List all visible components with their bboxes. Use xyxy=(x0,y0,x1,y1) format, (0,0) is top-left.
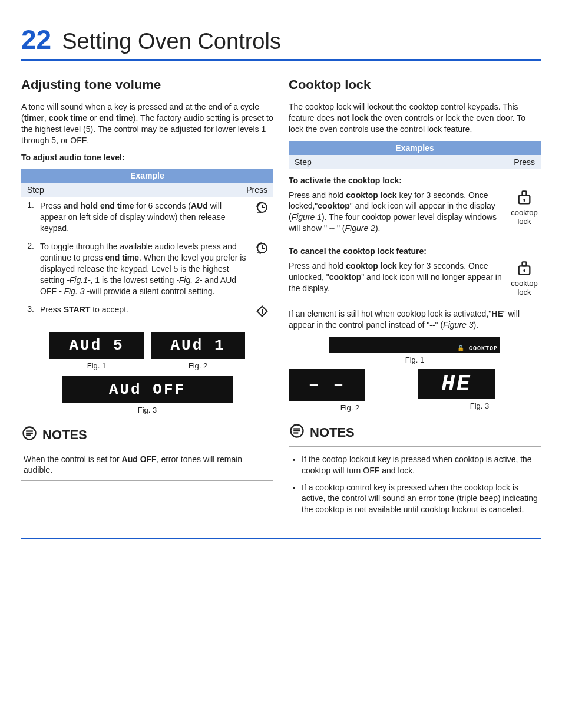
example-steps: 1.Press and hold end time for 6 seconds … xyxy=(21,197,273,323)
fig1-label: Fig. 1 xyxy=(49,361,144,370)
step-number: 1. xyxy=(24,200,34,210)
cooktop-lock-icon-2: cooktop lock xyxy=(508,261,541,297)
right-column: Cooktop lock The cooktop lock will locko… xyxy=(289,77,541,526)
example-table-header: Example xyxy=(21,169,273,183)
end-time-icon xyxy=(253,241,271,257)
notes-bullets: If the cootop lockout key is pressed whe… xyxy=(291,454,538,515)
notes-icon xyxy=(289,423,305,443)
activate-text: Press and hold cooktop lock key for 3 se… xyxy=(289,190,502,235)
page-header: 22 Setting Oven Controls xyxy=(21,24,541,61)
col-step-r: Step xyxy=(295,157,312,167)
example-table-columns: Step Press xyxy=(21,183,273,197)
example-step: 3.Press START to accept. xyxy=(21,301,273,324)
cooktop-displays: 🔒 COOKTOP Fig. 1 – – Fig. 2 HE Fig. 3 xyxy=(289,337,541,412)
after-note: If an element is still hot when cooktop … xyxy=(289,308,541,331)
end-time-icon xyxy=(253,200,271,216)
notes-heading-right: NOTES xyxy=(289,423,541,443)
examples-table-columns: Step Press xyxy=(289,155,541,169)
cooktop-lock-caption-1: cooktop lock xyxy=(508,208,541,226)
start-icon xyxy=(253,304,271,320)
step-text: To toggle through the available audio le… xyxy=(40,241,247,297)
display-he: HE xyxy=(418,369,495,399)
r-fig1-label: Fig. 1 xyxy=(289,355,541,364)
notes-bullet: If the cootop lockout key is pressed whe… xyxy=(302,454,538,476)
notes-title-left: NOTES xyxy=(42,427,87,443)
tone-subhead: To adjust audio tone level: xyxy=(21,152,273,163)
page-title: Setting Oven Controls xyxy=(62,29,281,54)
r-fig3-label: Fig. 3 xyxy=(418,401,541,410)
heading-cooktop-lock: Cooktop lock xyxy=(289,77,541,95)
step-text: Press and hold end time for 6 seconds (A… xyxy=(40,200,247,234)
page-number: 22 xyxy=(21,24,51,55)
activate-head: To activate the cooktop lock: xyxy=(289,175,541,186)
notes-body-left: When the control is set for Aud OFF, err… xyxy=(21,449,273,482)
r-fig2-label: Fig. 2 xyxy=(289,403,411,412)
svg-rect-13 xyxy=(523,191,527,195)
cancel-text: Press and hold cooktop lock key for 3 se… xyxy=(289,261,502,294)
display-dashes: – – xyxy=(289,369,365,401)
notes-heading-left: NOTES xyxy=(21,425,273,445)
left-column: Adjusting tone volume A tone will sound … xyxy=(21,77,273,526)
notes-title-right: NOTES xyxy=(310,425,355,440)
step-number: 2. xyxy=(24,241,34,251)
notes-bullet: If a cooktop control key is pressed when… xyxy=(302,482,538,516)
display-aud-5: AUd 5 xyxy=(49,332,144,359)
display-cooktop-banner: 🔒 COOKTOP xyxy=(329,337,500,353)
display-row-1: AUd 5 Fig. 1 AUd 1 Fig. 2 xyxy=(21,332,273,370)
col-press: Press xyxy=(246,185,267,195)
cooktop-intro: The cooktop lock will lockout the cookto… xyxy=(289,101,541,135)
cancel-head: To cancel the cooktop lock feature: xyxy=(289,246,541,257)
fig3-label: Fig. 3 xyxy=(21,406,273,414)
example-step: 2.To toggle through the available audio … xyxy=(21,238,273,300)
svg-rect-17 xyxy=(523,262,527,266)
tone-intro: A tone will sound when a key is pressed … xyxy=(21,101,273,146)
footer-rule xyxy=(21,538,541,539)
cooktop-lock-caption-2: cooktop lock xyxy=(508,279,541,297)
col-press-r: Press xyxy=(514,157,535,167)
cooktop-lock-icon-1: cooktop lock xyxy=(508,190,541,226)
notes-icon xyxy=(21,425,38,445)
display-aud-1: AUd 1 xyxy=(151,332,245,359)
example-step: 1.Press and hold end time for 6 seconds … xyxy=(21,197,273,238)
examples-table-header: Examples xyxy=(289,141,541,155)
col-step: Step xyxy=(27,185,44,195)
fig2-label: Fig. 2 xyxy=(151,361,245,370)
heading-adjusting-tone: Adjusting tone volume xyxy=(21,77,273,95)
activate-row: Press and hold cooktop lock key for 3 se… xyxy=(289,187,541,241)
display-aud-off: AUd OFF xyxy=(62,376,233,403)
step-text: Press START to accept. xyxy=(40,304,247,315)
step-number: 3. xyxy=(24,304,34,314)
notes-body-right: If the cootop lockout key is pressed whe… xyxy=(289,446,541,526)
cancel-row: Press and hold cooktop lock key for 3 se… xyxy=(289,258,541,302)
